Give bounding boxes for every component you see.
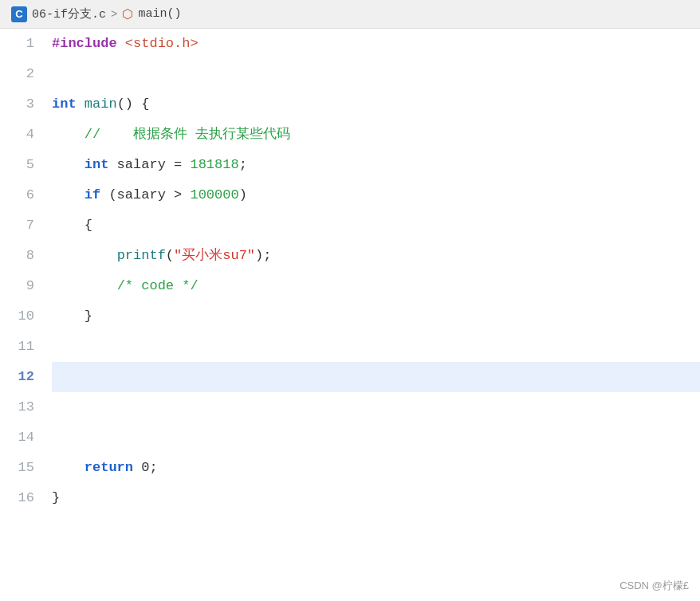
- code-area: 1 2 3 4 5 6 7 8 9 10 11 12 13 14 15 16 #…: [0, 29, 700, 601]
- breadcrumb-file: 06-if分支.c: [32, 6, 106, 22]
- function-icon: ⬡: [122, 6, 133, 22]
- token-int: int: [52, 89, 77, 120]
- code-line-12: [52, 362, 700, 392]
- code-line-15: return 0;: [52, 453, 700, 483]
- token-main: main: [85, 89, 117, 120]
- token-number2: 100000: [190, 180, 238, 210]
- code-line-16: }: [52, 483, 700, 513]
- token-return: return: [85, 453, 133, 483]
- c-language-icon: C: [11, 6, 27, 22]
- token-printf: printf: [117, 241, 166, 271]
- code-line-5: int salary = 181818 ;: [52, 150, 700, 180]
- code-line-3: int main () {: [52, 89, 700, 120]
- token-string: "买小米su7": [174, 241, 255, 271]
- code-line-1: #include <stdio.h>: [52, 29, 700, 59]
- token-comment2: /* code */: [117, 271, 199, 301]
- code-line-13: [52, 392, 700, 422]
- code-lines: #include <stdio.h> int main () { // 根据条件…: [44, 29, 700, 601]
- code-line-8: printf ( "买小米su7" );: [52, 241, 700, 271]
- code-line-14: [52, 422, 700, 453]
- code-line-10: }: [52, 301, 700, 332]
- token-number: 181818: [190, 150, 238, 180]
- token-comment1: // 根据条件 去执行某些代码: [85, 120, 290, 150]
- breadcrumb-func: main(): [138, 7, 181, 21]
- breadcrumb-sep1: >: [111, 8, 117, 21]
- code-line-7: {: [52, 210, 700, 241]
- code-line-9: /* code */: [52, 271, 700, 301]
- watermark: CSDN @柠檬£: [619, 579, 689, 593]
- token-include: #include: [52, 29, 117, 59]
- token-header: <stdio.h>: [125, 29, 199, 59]
- token-int2: int: [85, 150, 109, 180]
- code-line-2: [52, 59, 700, 89]
- line-numbers: 1 2 3 4 5 6 7 8 9 10 11 12 13 14 15 16: [0, 29, 44, 601]
- code-line-11: [52, 332, 700, 362]
- editor-container: C 06-if分支.c > ⬡ main() 1 2 3 4 5 6 7 8 9…: [0, 0, 700, 601]
- breadcrumb: C 06-if分支.c > ⬡ main(): [0, 0, 700, 29]
- code-line-4: // 根据条件 去执行某些代码: [52, 120, 700, 150]
- code-line-6: if (salary > 100000 ): [52, 180, 700, 210]
- token-if: if: [85, 180, 100, 210]
